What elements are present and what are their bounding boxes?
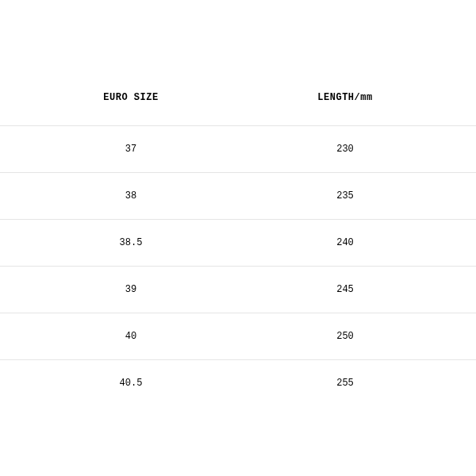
cell-size: 39 — [0, 267, 238, 313]
table-row: 38.5 240 — [0, 220, 476, 267]
table-row: 38 235 — [0, 173, 476, 220]
cell-size: 37 — [0, 126, 238, 173]
cell-length: 235 — [238, 173, 476, 220]
cell-size: 40.5 — [0, 360, 238, 407]
cell-size: 40 — [0, 313, 238, 360]
table-row: 37 230 — [0, 126, 476, 173]
table-row: 39 245 — [0, 267, 476, 313]
table-row: 40.5 255 — [0, 360, 476, 407]
column-header-euro-size: EURO SIZE — [0, 70, 238, 126]
cell-length: 240 — [238, 220, 476, 267]
table-header-row: EURO SIZE LENGTH/mm — [0, 70, 476, 126]
cell-length: 255 — [238, 360, 476, 407]
size-chart-table: EURO SIZE LENGTH/mm 37 230 38 235 38.5 2… — [0, 70, 476, 406]
cell-length: 230 — [238, 126, 476, 173]
cell-length: 250 — [238, 313, 476, 360]
column-header-length: LENGTH/mm — [238, 70, 476, 126]
cell-size: 38 — [0, 173, 238, 220]
cell-size: 38.5 — [0, 220, 238, 267]
table-row: 40 250 — [0, 313, 476, 360]
size-chart-container: EURO SIZE LENGTH/mm 37 230 38 235 38.5 2… — [0, 70, 476, 406]
cell-length: 245 — [238, 267, 476, 313]
